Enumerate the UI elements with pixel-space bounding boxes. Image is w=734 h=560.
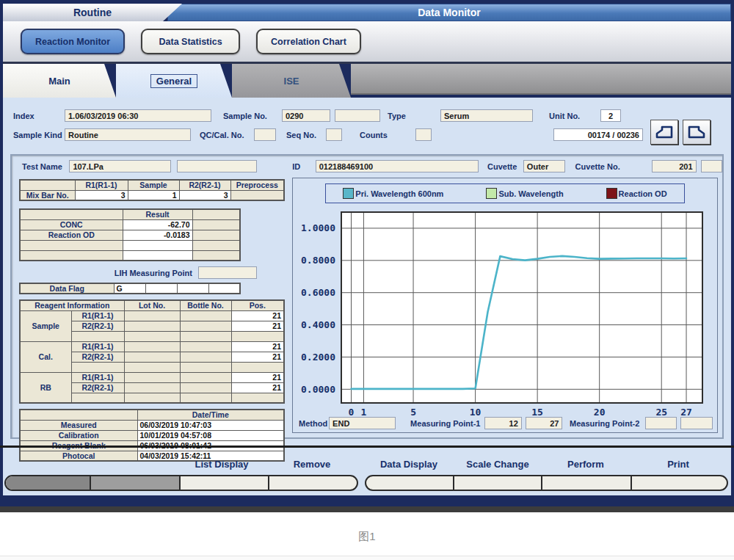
data-flag-value-1: G [114, 283, 145, 294]
reagent-group-cal: Cal. [20, 341, 71, 372]
result-panel: Test Name 107.LPa ID 012188469100 Cuvett… [10, 154, 724, 439]
data-display-button[interactable] [366, 476, 453, 490]
page-title: Data Monitor [418, 7, 481, 18]
sample-no-field[interactable]: 0290 [282, 109, 330, 122]
reagent-bottle-cell [180, 352, 231, 362]
reagent-bottle-cell [180, 382, 231, 393]
qc-cal-no-field[interactable] [254, 128, 276, 141]
data-flag-value-4 [208, 283, 240, 294]
list-display-label: List Display [195, 459, 249, 470]
mix-header-sample: Sample [128, 180, 179, 190]
nav-tab-routine[interactable]: Routine [3, 4, 182, 21]
measuring-point-1-field-a[interactable]: 12 [484, 417, 522, 429]
photocal-label: Photocal [20, 451, 137, 461]
previous-record-button[interactable] [650, 120, 678, 145]
test-name-row: Test Name 107.LPa ID 012188469100 Cuvett… [12, 160, 722, 172]
reagent-sub-label: R2(R2-1) [71, 352, 124, 362]
info-row-1: Index 1.06/03/2019 06:30 Sample No. 0290… [13, 109, 721, 122]
scale-change-button[interactable] [453, 476, 541, 490]
data-statistics-button[interactable]: Data Statistics [141, 29, 240, 54]
reagent-lot-cell [124, 310, 180, 321]
reagent-lot-cell [124, 372, 180, 382]
cuvette-no-field-2[interactable] [701, 160, 722, 172]
index-field[interactable]: 1.06/03/2019 06:30 [65, 109, 211, 122]
sub-wavelength-swatch [486, 188, 497, 199]
measuring-point-2-field-b[interactable] [680, 417, 713, 429]
calibration-label: Calibration [20, 430, 137, 440]
window-bottom-strip [0, 506, 734, 512]
title-bar: Routine Data Monitor [3, 4, 731, 21]
lih-field[interactable] [198, 266, 257, 279]
sample-no-field-2[interactable] [335, 109, 380, 122]
cuvette-field[interactable]: Outer [523, 160, 565, 172]
mix-bar-r1-value: 3 [75, 190, 128, 200]
arrow-left-icon [655, 124, 674, 140]
figure-caption: 图1 [0, 530, 734, 544]
calibration-value: 10/01/2019 04:57:08 [137, 430, 284, 440]
legend-item-od: Reaction OD [606, 188, 667, 199]
info-row-2: Sample Kind Routine QC/Cal. No. Seq No. … [13, 128, 721, 141]
screen-title-bar: Data Monitor [167, 4, 731, 21]
result-empty-value-2 [123, 250, 192, 261]
reagent-pos-cell: 21 [231, 382, 284, 393]
id-field[interactable]: 012188469100 [316, 160, 479, 172]
chart-panel: Pri. Wavelength 600nm Sub. Wavelength Re… [292, 178, 718, 433]
mix-header-r2: R2(R2-1) [179, 180, 230, 190]
svg-text:1.0000: 1.0000 [301, 222, 335, 233]
svg-text:27: 27 [680, 407, 692, 418]
tab-main[interactable]: Main [3, 64, 116, 98]
sub-wavelength-label: Sub. Wavelength [498, 189, 563, 198]
svg-text:5: 5 [410, 407, 416, 418]
nav-tab-routine-label: Routine [73, 7, 112, 18]
svg-text:0.6000: 0.6000 [301, 287, 335, 298]
reagent-pos-cell: 21 [231, 352, 284, 362]
method-field[interactable]: END [329, 417, 396, 429]
measuring-point-1-field-b[interactable]: 27 [526, 417, 563, 429]
lot-no-header: Lot No. [124, 300, 180, 310]
sample-kind-field[interactable]: Routine [65, 128, 191, 141]
seq-no-field[interactable] [326, 128, 342, 141]
result-empty-label-2 [20, 250, 123, 261]
test-name-field[interactable]: 107.LPa [69, 160, 171, 172]
index-label: Index [13, 112, 60, 120]
data-flag-value-2 [145, 283, 177, 294]
tab-general[interactable]: General [116, 64, 232, 98]
reagent-bottle-cell [180, 372, 231, 382]
print-label: Print [667, 459, 689, 470]
qc-cal-no-label: QC/Cal. No. [200, 131, 251, 139]
chart-area: 01510152025271.00000.80000.60000.40000.2… [293, 208, 717, 425]
reagent-lot-cell [124, 341, 180, 352]
list-display-button[interactable] [179, 476, 268, 490]
function-key-disabled-2 [90, 476, 179, 490]
reagent-sub-label: R1(R1-1) [71, 372, 124, 382]
measuring-point-2-field-a[interactable] [645, 417, 677, 429]
datetime-table: Date/Time Measured 06/03/2019 10:47:03 C… [19, 409, 285, 462]
test-name-field-2[interactable] [177, 160, 257, 172]
reaction-monitor-button[interactable]: Reaction Monitor [21, 29, 125, 54]
next-record-button[interactable] [683, 120, 711, 145]
scale-change-label: Scale Change [466, 459, 528, 470]
perform-button[interactable] [541, 476, 631, 490]
tab-strip-filler [351, 64, 731, 95]
remove-button[interactable] [268, 476, 357, 490]
reagent-info-table: Reagent Information Lot No. Bottle No. P… [19, 299, 285, 404]
unit-no-field[interactable]: 2 [600, 109, 621, 122]
method-label: Method [299, 419, 327, 428]
type-field[interactable]: Serum [440, 109, 533, 122]
cuvette-label: Cuvette [487, 162, 520, 171]
counts-field[interactable] [415, 128, 432, 141]
left-column: R1(R1-1) Sample R2(R2-1) Preprocess Mix … [19, 179, 288, 462]
correlation-chart-button[interactable]: Correlation Chart [256, 29, 361, 54]
print-button[interactable] [631, 476, 727, 490]
measuring-point-2-label: Measuring Point-2 [567, 419, 642, 428]
datetime-header: Date/Time [137, 410, 284, 420]
data-display-label: Data Display [380, 459, 437, 470]
record-counter-field: 00174 / 00236 [553, 128, 643, 141]
pri-wavelength-swatch [343, 188, 354, 199]
result-empty-value [123, 240, 192, 250]
sample-kind-label: Sample Kind [13, 131, 62, 139]
test-name-label: Test Name [22, 162, 66, 171]
cuvette-no-field[interactable]: 201 [652, 160, 697, 172]
tab-ise[interactable]: ISE [232, 64, 351, 98]
tab-general-label: General [150, 74, 197, 88]
